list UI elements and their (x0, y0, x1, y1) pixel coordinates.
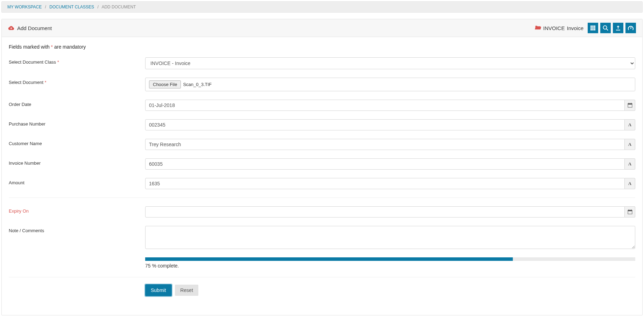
file-input-wrapper: Choose File Scan_0_3.TIF (145, 78, 635, 91)
svg-rect-13 (629, 103, 629, 104)
label-purchase-number: Purchase Number (9, 119, 145, 127)
text-addon-invoice[interactable]: A (625, 158, 635, 170)
text-addon-purchase[interactable]: A (625, 119, 635, 130)
mandatory-note-suffix: are mandatory (53, 44, 86, 50)
search-icon (603, 25, 608, 31)
svg-rect-2 (594, 26, 595, 27)
input-purchase-number[interactable] (145, 119, 625, 130)
select-document-class[interactable]: INVOICE - Invoice (145, 57, 635, 69)
breadcrumb: MY WORKSPACE / DOCUMENT CLASSES / ADD DO… (1, 1, 643, 13)
reset-button[interactable]: Reset (175, 285, 198, 296)
mandatory-note: Fields marked with * are mandatory (9, 44, 635, 50)
choose-file-button[interactable]: Choose File (149, 80, 181, 88)
progress-bar (145, 257, 635, 261)
svg-rect-5 (594, 27, 595, 29)
search-button[interactable] (600, 23, 611, 33)
label-invoice-number: Invoice Number (9, 158, 145, 166)
calendar-addon-expiry[interactable] (625, 206, 635, 217)
upload-icon (615, 25, 621, 31)
dashboard-button[interactable] (625, 23, 636, 33)
grid-view-button[interactable] (588, 23, 598, 33)
breadcrumb-sep: / (43, 5, 48, 9)
calendar-addon-order-date[interactable] (625, 100, 635, 111)
input-amount[interactable] (145, 178, 625, 189)
text-addon-customer[interactable]: A (625, 139, 635, 150)
svg-rect-8 (594, 29, 595, 30)
label-progress-empty (9, 257, 145, 259)
upload-button[interactable] (613, 23, 623, 33)
add-document-panel: Add Document INVOICE Invoice (1, 19, 643, 315)
label-customer-name: Customer Name (9, 139, 145, 146)
docclass-name: Invoice (567, 25, 583, 31)
font-icon: A (628, 142, 631, 147)
font-icon: A (628, 161, 631, 167)
calendar-icon (628, 103, 632, 108)
svg-point-9 (603, 26, 607, 29)
mandatory-note-prefix: Fields marked with (9, 44, 51, 50)
submit-button[interactable]: Submit (145, 284, 172, 296)
input-expiry-on[interactable] (145, 206, 625, 217)
svg-rect-7 (592, 29, 594, 30)
breadcrumb-sep: / (95, 5, 100, 9)
svg-line-10 (607, 29, 608, 31)
label-expiry-on: Expiry On (9, 206, 145, 214)
text-addon-amount[interactable]: A (625, 178, 635, 189)
label-order-date: Order Date (9, 100, 145, 107)
breadcrumb-current: ADD DOCUMENT (101, 5, 136, 9)
calendar-icon (628, 209, 632, 214)
cloud-upload-icon (8, 25, 14, 31)
svg-rect-17 (629, 209, 629, 211)
gauge-icon (628, 25, 634, 31)
input-order-date[interactable] (145, 100, 625, 111)
svg-rect-6 (590, 29, 592, 30)
svg-rect-16 (628, 210, 632, 211)
docclass-badge: INVOICE Invoice (535, 25, 583, 31)
label-actions-empty (9, 284, 145, 286)
panel-header: Add Document INVOICE Invoice (2, 19, 642, 37)
label-amount: Amount (9, 178, 145, 185)
folder-open-icon (535, 25, 541, 31)
svg-rect-0 (590, 26, 592, 27)
progress-text: 75 % complete. (145, 263, 635, 269)
svg-rect-14 (631, 103, 631, 104)
svg-rect-3 (590, 27, 592, 29)
svg-rect-4 (592, 27, 594, 29)
breadcrumb-link-workspace[interactable]: MY WORKSPACE (7, 5, 42, 9)
svg-rect-12 (628, 104, 632, 105)
textarea-note[interactable] (145, 226, 635, 249)
progress-bar-fill (145, 257, 513, 261)
grid-icon (590, 25, 596, 31)
svg-rect-18 (631, 209, 631, 211)
svg-rect-1 (592, 26, 594, 27)
panel-title: Add Document (17, 25, 52, 31)
font-icon: A (628, 122, 631, 128)
font-icon: A (628, 181, 631, 186)
docclass-code: INVOICE (543, 25, 565, 31)
label-select-document: Select Document * (9, 78, 145, 85)
breadcrumb-link-document-classes[interactable]: DOCUMENT CLASSES (49, 5, 94, 9)
selected-file-name: Scan_0_3.TIF (183, 82, 212, 87)
input-customer-name[interactable] (145, 139, 625, 150)
label-note: Note / Comments (9, 226, 145, 233)
input-invoice-number[interactable] (145, 158, 625, 170)
label-document-class: Select Document Class * (9, 57, 145, 65)
